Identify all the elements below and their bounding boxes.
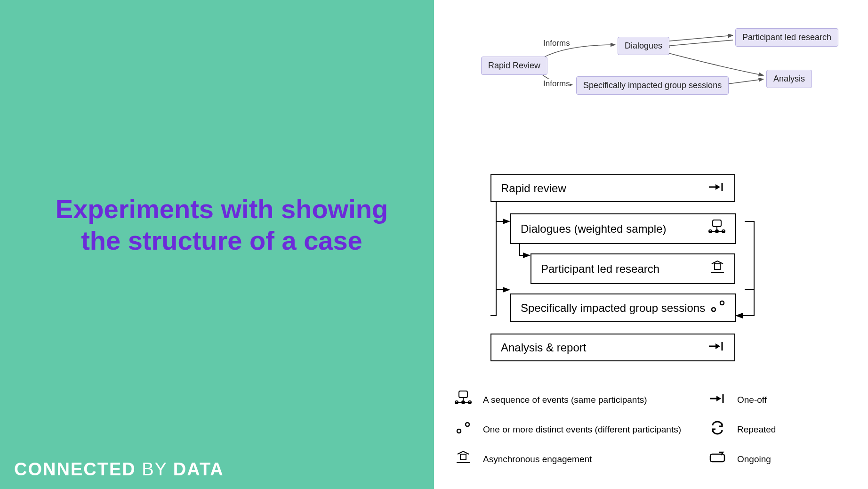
- structure-rapid-review-label: Rapid review: [501, 182, 566, 195]
- distinct-icon: [453, 422, 474, 437]
- structure-participant-led: Participant led research: [530, 253, 735, 284]
- oneoff-icon: [707, 392, 728, 407]
- structure-impacted-sessions: Specifically impacted group sessions: [510, 293, 736, 322]
- repeated-icon: [707, 422, 728, 437]
- flow-label-informs-1: Informs: [543, 39, 570, 48]
- structure-analysis-report: Analysis & report: [490, 334, 735, 361]
- async-icon: [453, 450, 474, 468]
- structure-participant-led-label: Participant led research: [541, 262, 659, 276]
- svg-rect-7: [715, 264, 720, 269]
- left-panel: Experiments with showing the structure o…: [0, 0, 434, 489]
- ongoing-icon: [707, 451, 728, 467]
- svg-point-16: [462, 401, 465, 404]
- right-panel: Rapid Review Informs Dialogues Participa…: [434, 0, 868, 489]
- brand-bold: CONNECTED: [14, 459, 136, 479]
- svg-point-5: [715, 230, 718, 233]
- brand-middle: BY: [136, 459, 173, 479]
- legend-repeated-label: Repeated: [737, 424, 776, 435]
- legend-oneoff: One-off: [707, 391, 848, 408]
- legend-distinct-label: One or more distinct events (different p…: [483, 424, 681, 435]
- flow-label-informs-2: Informs: [543, 79, 570, 89]
- flow-node-impacted-sessions: Specifically impacted group sessions: [576, 76, 729, 95]
- flow-diagram: Rapid Review Informs Dialogues Participa…: [453, 19, 853, 118]
- legend-sequence: A sequence of events (same participants): [453, 391, 707, 408]
- legend-async: Asynchronous engagement: [453, 450, 707, 468]
- structure-rapid-review: Rapid review: [490, 174, 735, 202]
- svg-rect-24: [710, 454, 724, 462]
- flow-node-dialogues: Dialogues: [618, 37, 669, 55]
- sequence-icon: [453, 391, 474, 408]
- slide: Experiments with showing the structure o…: [0, 0, 868, 489]
- legend-ongoing-label: Ongoing: [737, 454, 771, 465]
- async-icon: [710, 260, 725, 277]
- svg-point-20: [466, 423, 469, 426]
- svg-point-10: [712, 308, 715, 311]
- sequence-icon: [708, 220, 726, 237]
- legend-async-label: Asynchronous engagement: [483, 454, 592, 465]
- legend-ongoing: Ongoing: [707, 450, 848, 468]
- svg-point-21: [457, 429, 461, 433]
- svg-point-9: [720, 301, 724, 305]
- structure-impacted-sessions-label: Specifically impacted group sessions: [521, 302, 705, 315]
- legend-repeated: Repeated: [707, 422, 848, 437]
- brand-logo: CONNECTED BY DATA: [14, 459, 224, 480]
- oneoff-icon: [708, 340, 725, 355]
- structure-analysis-report-label: Analysis & report: [501, 341, 586, 354]
- legend-oneoff-label: One-off: [737, 395, 767, 405]
- structure-dialogues-label: Dialogues (weighted sample): [521, 222, 667, 236]
- brand-last: DATA: [173, 459, 224, 479]
- legend-distinct: One or more distinct events (different p…: [453, 422, 707, 437]
- slide-title: Experiments with showing the structure o…: [47, 193, 396, 256]
- legend: A sequence of events (same participants)…: [453, 391, 853, 468]
- svg-rect-13: [459, 391, 467, 398]
- svg-rect-22: [460, 454, 466, 460]
- flow-node-rapid-review: Rapid Review: [481, 57, 547, 75]
- legend-sequence-label: A sequence of events (same participants): [483, 395, 647, 405]
- structure-diagram: Rapid review Dialogues (weighted sample)…: [490, 174, 829, 361]
- oneoff-icon: [708, 181, 725, 196]
- flow-node-participant-led: Participant led research: [735, 28, 838, 47]
- flow-node-analysis: Analysis: [766, 70, 812, 88]
- distinct-icon: [710, 300, 726, 316]
- structure-dialogues: Dialogues (weighted sample): [510, 213, 736, 244]
- svg-rect-2: [713, 220, 721, 227]
